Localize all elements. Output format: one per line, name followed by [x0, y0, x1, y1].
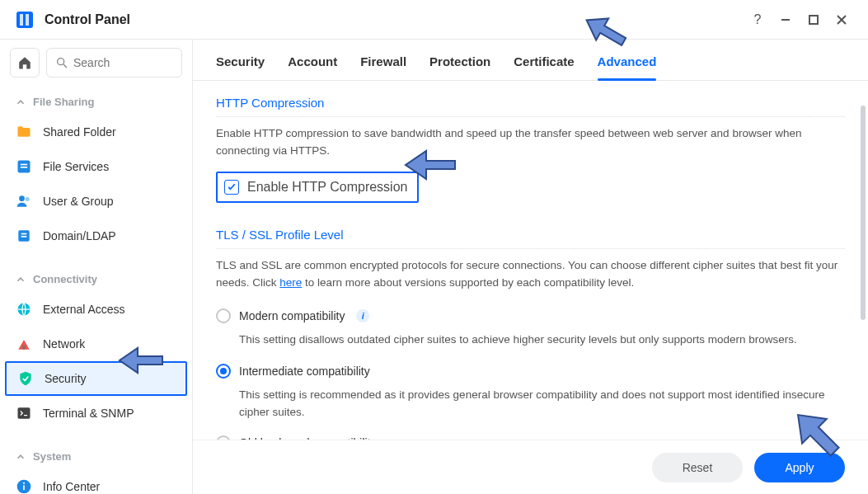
svg-rect-21 — [23, 485, 25, 490]
info-badge-icon[interactable]: i — [356, 309, 369, 322]
enable-http-compression-checkbox[interactable]: Enable HTTP Compression — [216, 172, 419, 203]
window-title: Control Panel — [45, 12, 130, 27]
radio-modern[interactable]: Modern compatibility i — [216, 303, 845, 328]
sidebar-item-network[interactable]: Network — [0, 327, 192, 361]
info-icon — [15, 478, 33, 494]
help-button[interactable]: ? — [746, 8, 769, 31]
http-compression-title: HTTP Compression — [216, 96, 845, 117]
sidebar-item-label: Shared Folder — [43, 125, 116, 139]
app-icon — [15, 10, 35, 30]
section-label: File Sharing — [33, 96, 94, 108]
sidebar-item-label: Network — [43, 337, 85, 351]
network-icon — [15, 335, 33, 353]
maximize-button[interactable] — [802, 8, 825, 31]
svg-rect-15 — [21, 233, 27, 235]
sidebar-item-info-center[interactable]: Info Center — [0, 469, 192, 494]
folder-icon — [15, 123, 33, 141]
svg-rect-10 — [21, 164, 27, 166]
sidebar-item-terminal-snmp[interactable]: Terminal & SNMP — [0, 396, 192, 430]
svg-point-22 — [23, 482, 25, 484]
radio-icon — [216, 308, 231, 323]
svg-rect-18 — [22, 346, 25, 350]
sidebar-item-label: Info Center — [43, 480, 100, 493]
http-compression-desc: Enable HTTP compression to save bandwidt… — [216, 125, 845, 160]
search-icon — [55, 56, 68, 69]
sidebar-item-label: File Services — [43, 160, 109, 173]
radio-modern-desc: This setting disallows outdated cipher s… — [239, 332, 845, 349]
file-services-icon — [15, 158, 33, 176]
tab-bar: Security Account Firewall Protection Cer… — [193, 40, 868, 81]
sidebar-item-shared-folder[interactable]: Shared Folder — [0, 115, 192, 149]
close-button[interactable] — [830, 8, 853, 31]
tab-firewall[interactable]: Firewall — [360, 54, 406, 80]
svg-rect-19 — [18, 407, 30, 418]
chevron-up-icon — [15, 451, 26, 463]
section-label: Connectivity — [33, 273, 97, 285]
svg-rect-2 — [26, 14, 29, 26]
tab-protection[interactable]: Protection — [429, 54, 490, 80]
apply-button[interactable]: Apply — [754, 453, 845, 482]
users-icon — [15, 192, 33, 210]
sidebar-item-user-group[interactable]: User & Group — [0, 184, 192, 219]
chevron-up-icon — [15, 96, 26, 108]
svg-point-13 — [26, 197, 30, 201]
sidebar-item-label: Security — [45, 372, 87, 385]
sidebar-item-security[interactable]: Security — [5, 361, 187, 396]
tab-security[interactable]: Security — [216, 54, 265, 80]
footer-bar: Reset Apply — [193, 440, 868, 494]
search-field[interactable] — [46, 48, 182, 78]
sidebar-item-label: Domain/LDAP — [43, 229, 116, 242]
svg-rect-16 — [21, 236, 27, 238]
shield-icon — [16, 369, 35, 388]
tab-account[interactable]: Account — [288, 54, 337, 80]
scrollbar[interactable] — [861, 106, 866, 320]
radio-label: Modern compatibility — [239, 309, 345, 322]
section-label: System — [33, 450, 71, 463]
sidebar-item-label: External Access — [43, 303, 125, 316]
tab-certificate[interactable]: Certificate — [514, 54, 574, 80]
sidebar-item-label: Terminal & SNMP — [43, 407, 134, 420]
tls-desc: TLS and SSL are common encrypted protoco… — [216, 257, 845, 292]
svg-rect-4 — [809, 16, 818, 24]
svg-point-12 — [19, 195, 25, 201]
checkbox-icon — [224, 180, 239, 195]
home-button[interactable] — [10, 48, 40, 78]
radio-icon — [216, 364, 231, 379]
domain-icon — [15, 227, 33, 245]
svg-rect-1 — [20, 14, 23, 26]
minimize-button[interactable] — [774, 8, 797, 31]
home-icon — [17, 55, 32, 70]
titlebar: Control Panel ? — [0, 0, 868, 40]
svg-line-8 — [63, 64, 67, 68]
sidebar-item-label: User & Group — [43, 195, 114, 208]
radio-intermediate[interactable]: Intermediate compatibility — [216, 359, 845, 383]
chevron-up-icon — [15, 274, 26, 285]
section-file-sharing[interactable]: File Sharing — [0, 89, 192, 115]
svg-point-7 — [58, 59, 64, 65]
svg-rect-11 — [21, 167, 27, 168]
search-input[interactable] — [73, 56, 173, 69]
radio-intermediate-desc: This setting is recommended as it provid… — [239, 387, 845, 421]
content-pane: HTTP Compression Enable HTTP compression… — [193, 81, 868, 494]
section-system[interactable]: System — [0, 444, 192, 469]
svg-rect-0 — [16, 12, 33, 28]
sidebar-item-file-services[interactable]: File Services — [0, 149, 192, 184]
tls-learn-more-link[interactable]: here — [279, 276, 302, 289]
reset-button[interactable]: Reset — [652, 453, 743, 482]
sidebar: File Sharing Shared Folder File Services… — [0, 40, 193, 494]
tab-advanced[interactable]: Advanced — [598, 54, 657, 80]
radio-label: Intermediate compatibility — [239, 365, 370, 378]
sidebar-item-external-access[interactable]: External Access — [0, 292, 192, 327]
section-connectivity[interactable]: Connectivity — [0, 266, 192, 292]
globe-icon — [15, 300, 33, 318]
checkbox-label: Enable HTTP Compression — [247, 180, 407, 195]
terminal-icon — [15, 404, 33, 422]
tls-title: TLS / SSL Profile Level — [216, 228, 845, 249]
sidebar-item-domain-ldap[interactable]: Domain/LDAP — [0, 219, 192, 253]
